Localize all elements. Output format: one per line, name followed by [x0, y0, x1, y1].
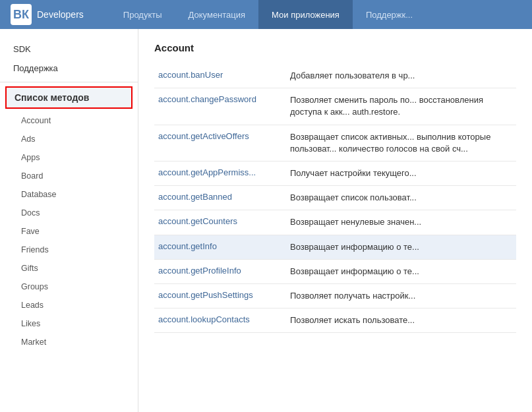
method-desc-cell: Добавляет пользователя в чр...	[286, 64, 516, 88]
sidebar-item-fave[interactable]: Fave	[0, 222, 138, 241]
sidebar-item-friends[interactable]: Friends	[0, 241, 138, 259]
method-name-link[interactable]: account.getPushSettings	[158, 290, 253, 300]
method-name-cell: account.getActiveOffers	[154, 125, 286, 161]
method-name-link[interactable]: account.getBanned	[158, 192, 232, 202]
nav-products[interactable]: Продукты	[110, 0, 175, 29]
sidebar-section-header[interactable]: Список методов	[5, 86, 133, 109]
method-name-link[interactable]: account.getInfo	[158, 241, 217, 251]
method-name-link[interactable]: account.getActiveOffers	[158, 131, 249, 141]
section-title: Account	[154, 42, 516, 53]
table-row: account.banUserДобавляет пользователя в …	[154, 64, 516, 88]
vk-letters: ВК	[13, 8, 29, 22]
method-name-link[interactable]: account.getAppPermiss...	[158, 167, 256, 177]
method-desc-cell: Возвращает информацию о те...	[286, 259, 516, 283]
table-row: account.lookupContactsПозволяет искать п…	[154, 309, 516, 333]
method-name-cell: account.getCounters	[154, 210, 286, 235]
sidebar-item-board[interactable]: Board	[0, 167, 138, 185]
sidebar-item-support-top[interactable]: Поддержка	[0, 59, 138, 78]
method-name-cell: account.banUser	[154, 64, 286, 88]
method-desc-cell: Получает настройки текущего...	[286, 161, 516, 185]
sidebar-item-account[interactable]: Account	[0, 111, 138, 130]
table-row: account.changePasswordПозволяет сменить …	[154, 88, 516, 125]
method-name-cell: account.changePassword	[154, 88, 286, 125]
method-desc-cell: Позволяет получать настройк...	[286, 283, 516, 308]
logo[interactable]: ВК Developers	[11, 4, 84, 25]
method-name-cell: account.getPushSettings	[154, 283, 286, 308]
method-name-cell: account.getBanned	[154, 186, 286, 210]
table-row: account.getInfoВозвращает информацию о т…	[154, 235, 516, 259]
sidebar-item-likes[interactable]: Likes	[0, 314, 138, 333]
method-name-cell: account.lookupContacts	[154, 309, 286, 333]
nav-myapps[interactable]: Мои приложения	[258, 0, 353, 29]
sidebar-item-sdk[interactable]: SDK	[0, 40, 138, 59]
sidebar-top-items: SDK Поддержка	[0, 40, 138, 78]
top-navigation: ВК Developers Продукты Документация Мои …	[0, 0, 532, 29]
sidebar-item-groups[interactable]: Groups	[0, 278, 138, 296]
table-row: account.getProfileInfoВозвращает информа…	[154, 259, 516, 283]
method-desc-cell: Возвращает список активных... выполнив к…	[286, 125, 516, 161]
nav-links: Продукты Документация Мои приложения Под…	[110, 0, 521, 29]
content-area: Account account.banUserДобавляет пользов…	[138, 29, 532, 412]
sidebar-item-apps[interactable]: Apps	[0, 148, 138, 167]
method-name-link[interactable]: account.banUser	[158, 70, 223, 80]
method-desc-cell: Позволяет искать пользовате...	[286, 309, 516, 333]
sidebar-item-gifts[interactable]: Gifts	[0, 259, 138, 278]
sidebar-divider	[0, 82, 138, 82]
sidebar: SDK Поддержка Список методов Account Ads…	[0, 29, 138, 412]
method-desc-cell: Позволяет сменить пароль по... восстанов…	[286, 88, 516, 125]
sidebar-item-docs[interactable]: Docs	[0, 204, 138, 222]
table-row: account.getCountersВозвращает ненулевые …	[154, 210, 516, 235]
method-name-cell: account.getAppPermiss...	[154, 161, 286, 185]
method-name-link[interactable]: account.getProfileInfo	[158, 266, 241, 276]
method-desc-cell: Возвращает ненулевые значен...	[286, 210, 516, 235]
table-row: account.getPushSettingsПозволяет получат…	[154, 283, 516, 308]
table-row: account.getAppPermiss...Получает настрой…	[154, 161, 516, 185]
vk-logo-icon: ВК	[11, 4, 32, 25]
table-row: account.getBannedВозвращает список польз…	[154, 186, 516, 210]
table-row: account.getActiveOffersВозвращает список…	[154, 125, 516, 161]
logo-text: Developers	[37, 9, 84, 20]
method-desc-cell: Возвращает список пользоват...	[286, 186, 516, 210]
method-name-link[interactable]: account.lookupContacts	[158, 314, 250, 324]
main-layout: SDK Поддержка Список методов Account Ads…	[0, 29, 532, 412]
sidebar-item-leads[interactable]: Leads	[0, 296, 138, 314]
sidebar-item-database[interactable]: Database	[0, 185, 138, 204]
sidebar-item-market[interactable]: Market	[0, 333, 138, 351]
method-name-link[interactable]: account.changePassword	[158, 94, 256, 104]
nav-docs[interactable]: Документация	[175, 0, 259, 29]
nav-support[interactable]: Поддержк...	[353, 0, 426, 29]
method-table: account.banUserДобавляет пользователя в …	[154, 64, 516, 333]
method-desc-cell: Возвращает информацию о те...	[286, 235, 516, 259]
sidebar-item-ads[interactable]: Ads	[0, 130, 138, 148]
method-name-cell: account.getInfo	[154, 235, 286, 259]
method-name-link[interactable]: account.getCounters	[158, 216, 237, 226]
method-name-cell: account.getProfileInfo	[154, 259, 286, 283]
